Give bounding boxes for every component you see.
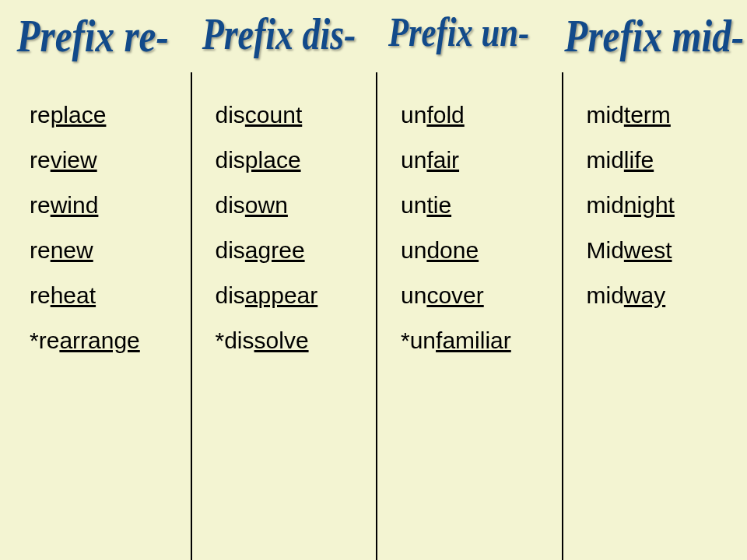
word-item: disappear [216,284,377,307]
column-header: Prefix un- [388,9,529,63]
word-item: displace [216,149,377,172]
word-item: *rearrange [30,329,191,352]
word-root: solve [254,327,309,353]
word-prefix: re [39,327,60,353]
word-root: appear [245,282,317,308]
word-root: fold [426,102,464,128]
word-item: unfold [401,103,562,127]
word-item: midterm [587,103,748,127]
word-prefix: dis [216,237,245,263]
word-column: unfoldunfairuntieundoneuncover*unfamilia… [377,72,563,560]
word-root: done [426,237,479,263]
word-prefix: un [401,102,426,128]
word-item: replace [30,103,191,127]
word-item: midlife [587,149,748,172]
word-root: fair [426,147,459,173]
word-item: untie [401,194,562,217]
column-header: Prefix mid- [565,9,745,63]
word-item: midway [587,284,748,307]
word-prefix: mid [587,192,624,218]
word-prefix: dis [216,102,245,128]
word-prefix: un [401,192,426,218]
word-item: discount [216,103,377,127]
word-root: tie [426,192,451,218]
word-root: count [245,102,302,128]
word-root: agree [245,237,305,263]
word-prefix: dis [216,147,245,173]
word-root: way [624,282,665,308]
columns-container: replacereviewrewindrenewreheat*rearrange… [0,72,747,560]
word-root: new [51,237,93,263]
word-item: review [30,149,191,172]
word-prefix: mid [587,147,624,173]
word-item: *unfamiliar [401,329,562,352]
word-root: west [624,237,672,263]
word-item: *dissolve [216,329,377,352]
word-item: Midwest [587,239,748,262]
word-root: night [624,192,675,218]
word-item: uncover [401,284,562,307]
column-header: Prefix dis- [202,9,356,63]
word-prefix: Mid [587,237,624,263]
word-prefix: un [401,282,426,308]
word-prefix: un [401,237,426,263]
word-prefix: re [30,102,51,128]
word-prefix: mid [587,282,624,308]
word-column: midtermmidlifemidnightMidwestmidway [563,72,748,560]
word-prefix: re [30,282,51,308]
word-root: place [245,147,301,173]
word-column: discountdisplacedisowndisagreedisappear*… [192,72,378,560]
word-item: unfair [401,149,562,172]
word-root: wind [51,192,99,218]
word-root: term [624,102,671,128]
word-prefix: re [30,192,51,218]
word-item: rewind [30,194,191,217]
word-prefix: un [410,327,436,353]
word-item: reheat [30,284,191,307]
word-prefix: dis [224,327,254,353]
word-root: arrange [59,327,139,353]
word-item: renew [30,239,191,262]
word-item: undone [401,239,562,262]
word-item: disown [216,194,377,217]
word-prefix: dis [216,282,245,308]
word-prefix: re [30,147,51,173]
word-prefix: mid [587,102,624,128]
word-root: place [51,102,107,128]
word-prefix: re [30,237,51,263]
word-root: familiar [436,327,511,353]
word-root: life [624,147,654,173]
word-prefix: un [401,147,426,173]
word-column: replacereviewrewindrenewreheat*rearrange [6,72,192,560]
word-root: view [51,147,97,173]
column-header: Prefix re- [16,9,168,63]
word-item: disagree [216,239,377,262]
word-root: heat [51,282,96,308]
word-prefix: dis [216,192,245,218]
header-row: Prefix re- Prefix dis- Prefix un- Prefix… [0,0,747,63]
word-root: cover [426,282,483,308]
word-item: midnight [587,194,748,217]
word-root: own [245,192,288,218]
